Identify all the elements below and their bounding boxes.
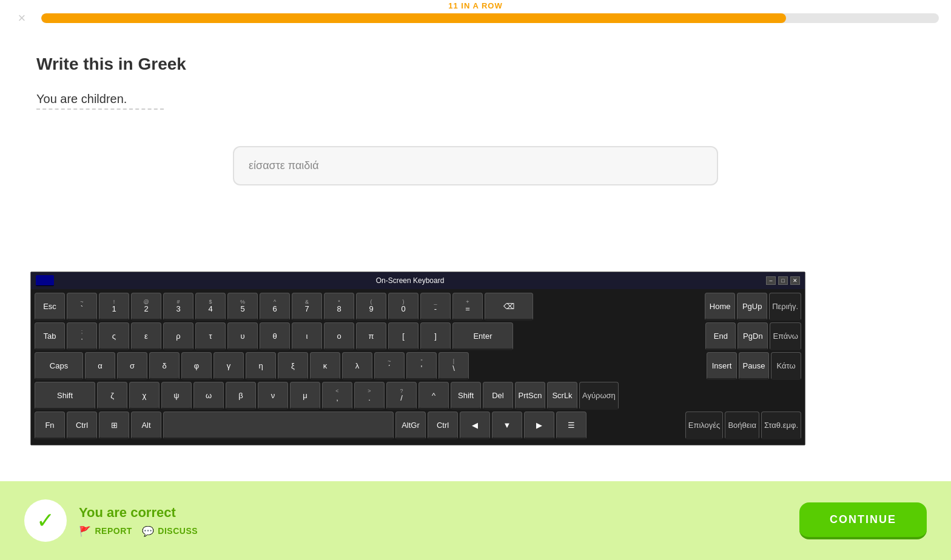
key-5[interactable]: %5	[227, 293, 258, 321]
continue-button[interactable]: CONTINUE	[799, 502, 927, 539]
key-caret[interactable]: ^	[418, 382, 449, 410]
key-tab[interactable]: Tab	[35, 322, 65, 350]
key-xi[interactable]: ξ	[278, 352, 308, 380]
key-4[interactable]: $4	[195, 293, 226, 321]
key-quote[interactable]: "'	[406, 352, 437, 380]
key-iota[interactable]: ι	[292, 322, 322, 350]
key-pgdn[interactable]: PgDn	[738, 322, 768, 350]
key-eta[interactable]: η	[246, 352, 276, 380]
exercise-title: Write this in Greek	[36, 55, 915, 74]
key-fn[interactable]: Fn	[35, 412, 65, 439]
minimize-button[interactable]: –	[766, 276, 776, 285]
key-end[interactable]: End	[705, 322, 736, 350]
key-alpha[interactable]: α	[85, 352, 115, 380]
key-mu[interactable]: μ	[290, 382, 320, 410]
keyboard-row-1: Esc ~` !1 @2 #3 $4 %5 ^6 &7 *8 (9 )0 _- …	[35, 293, 801, 321]
restore-button[interactable]: □	[778, 276, 788, 285]
key-shift-right[interactable]: Shift	[451, 382, 481, 410]
key-voitheia[interactable]: Βοήθεια	[725, 412, 759, 439]
key-backslash[interactable]: |\	[439, 352, 469, 380]
key-kato[interactable]: Κάτω	[771, 352, 801, 380]
keyboard-body: Esc ~` !1 @2 #3 $4 %5 ^6 &7 *8 (9 )0 _- …	[31, 289, 805, 445]
key-comma[interactable]: <,	[322, 382, 352, 410]
key-arrow-left[interactable]: ◀	[460, 412, 490, 439]
key-caps[interactable]: Caps	[35, 352, 83, 380]
keyboard-blue-key[interactable]	[36, 275, 54, 286]
key-epiloges[interactable]: Επιλογές	[685, 412, 724, 439]
key-del[interactable]: Del	[483, 382, 513, 410]
key-omega[interactable]: ω	[193, 382, 224, 410]
key-prtscn[interactable]: PrtScn	[515, 382, 545, 410]
key-nu[interactable]: ν	[258, 382, 288, 410]
key-stath-emf[interactable]: Σταθ.εμφ.	[761, 412, 801, 439]
key-altgr[interactable]: AltGr	[395, 412, 426, 439]
key-tonos[interactable]: ~΄	[374, 352, 405, 380]
key-bracket-close[interactable]: ]	[420, 322, 451, 350]
close-button[interactable]: ×	[12, 8, 32, 28]
key-psi[interactable]: ψ	[161, 382, 192, 410]
key-pause[interactable]: Pause	[739, 352, 769, 380]
key-menu[interactable]: ☰	[556, 412, 586, 439]
close-keyboard-button[interactable]: ✕	[790, 276, 800, 285]
key-alt[interactable]: Alt	[131, 412, 161, 439]
key-minus[interactable]: _-	[420, 293, 451, 321]
key-tau[interactable]: τ	[195, 322, 226, 350]
discuss-button[interactable]: 💬 DISCUSS	[142, 525, 198, 537]
key-7[interactable]: &7	[292, 293, 322, 321]
streak-label: 11 IN A ROW	[448, 0, 503, 10]
key-3[interactable]: #3	[163, 293, 193, 321]
key-kappa[interactable]: κ	[310, 352, 340, 380]
key-9[interactable]: (9	[356, 293, 386, 321]
key-arrow-down[interactable]: ▼	[492, 412, 522, 439]
key-beta[interactable]: β	[226, 382, 256, 410]
key-epano[interactable]: Επάνω	[770, 322, 801, 350]
key-home[interactable]: Home	[705, 293, 735, 321]
key-delta[interactable]: δ	[149, 352, 180, 380]
key-sigma[interactable]: σ	[117, 352, 147, 380]
correct-label: You are correct	[79, 505, 198, 521]
key-bracket-open[interactable]: [	[388, 322, 418, 350]
key-phi[interactable]: φ	[181, 352, 212, 380]
key-insert[interactable]: Insert	[707, 352, 737, 380]
key-upsilon[interactable]: υ	[227, 322, 258, 350]
key-agyrosi[interactable]: Αγύρωση	[579, 382, 619, 410]
key-pgup[interactable]: PgUp	[737, 293, 767, 321]
key-period[interactable]: >.	[354, 382, 385, 410]
key-epsilon[interactable]: ε	[131, 322, 161, 350]
report-button[interactable]: 🚩 REPORT	[79, 525, 132, 537]
key-2[interactable]: @2	[131, 293, 161, 321]
key-semicolon-greek[interactable]: ;·	[67, 322, 97, 350]
key-gamma[interactable]: γ	[213, 352, 244, 380]
keyboard-row-2: Tab ;· ς ε ρ τ υ θ ι ο π [ ] Enter End P…	[35, 322, 801, 350]
key-lambda[interactable]: λ	[342, 352, 372, 380]
key-scrlk[interactable]: ScrLk	[547, 382, 577, 410]
key-6[interactable]: ^6	[260, 293, 290, 321]
key-spacebar[interactable]	[163, 412, 394, 439]
key-theta[interactable]: θ	[260, 322, 290, 350]
key-rho[interactable]: ρ	[163, 322, 193, 350]
answer-input[interactable]: είσαστε παιδιά	[233, 146, 718, 185]
key-arrow-right[interactable]: ▶	[524, 412, 554, 439]
key-shift-left[interactable]: Shift	[35, 382, 95, 410]
key-0[interactable]: )0	[388, 293, 418, 321]
keyboard-row-3: Caps α σ δ φ γ η ξ κ λ ~΄ "' |\ Insert P…	[35, 352, 801, 380]
key-backspace[interactable]: ⌫	[485, 293, 533, 321]
key-ctrl-right[interactable]: Ctrl	[428, 412, 458, 439]
key-enter[interactable]: Enter	[452, 322, 513, 350]
key-slash[interactable]: ?/	[386, 382, 417, 410]
key-win[interactable]: ⊞	[99, 412, 129, 439]
key-equals[interactable]: +=	[452, 293, 483, 321]
key-perihyg[interactable]: Περιήγ.	[769, 293, 801, 321]
key-chi[interactable]: χ	[129, 382, 160, 410]
key-esc[interactable]: Esc	[35, 293, 65, 321]
key-ctrl-left[interactable]: Ctrl	[67, 412, 97, 439]
key-1[interactable]: !1	[99, 293, 129, 321]
keyboard-window: On-Screen Keyboard – □ ✕ Esc ~` !1 @2 #3…	[30, 272, 805, 445]
key-zeta[interactable]: ζ	[97, 382, 127, 410]
key-omicron[interactable]: ο	[324, 322, 354, 350]
key-8[interactable]: *8	[324, 293, 354, 321]
discuss-label: DISCUSS	[158, 526, 198, 536]
key-backtick[interactable]: ~`	[67, 293, 97, 321]
key-sigma-final[interactable]: ς	[99, 322, 129, 350]
key-pi[interactable]: π	[356, 322, 386, 350]
